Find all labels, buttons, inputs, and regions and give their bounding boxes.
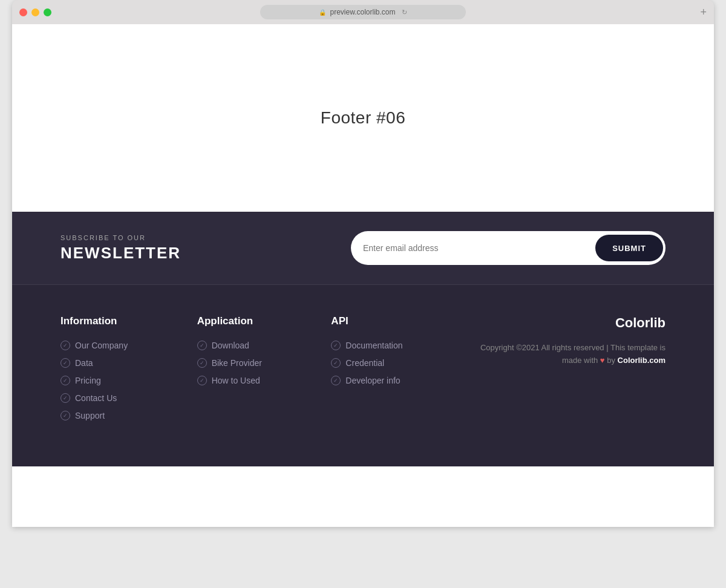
- footer-link-label: Pricing: [75, 376, 101, 385]
- browser-titlebar: 🔒 preview.colorlib.com ↻ +: [12, 0, 714, 24]
- footer-link-label: Developer info: [345, 376, 400, 385]
- footer-link-label: Our Company: [75, 341, 128, 350]
- by-text: by: [607, 356, 615, 365]
- copyright-text: Copyright ©2021 All rights reserved | Th…: [472, 342, 666, 367]
- footer-link-label: Data: [75, 358, 93, 368]
- newsletter-form: SUBMIT: [351, 231, 666, 265]
- check-icon: [331, 358, 341, 368]
- footer-link-download[interactable]: Download: [197, 341, 262, 350]
- footer-link-label: Bike Provider: [212, 358, 262, 368]
- footer-section: Information Our Company Data Pricing Con…: [12, 285, 714, 466]
- check-icon: [60, 341, 70, 350]
- check-icon: [60, 358, 70, 368]
- submit-button[interactable]: SUBMIT: [595, 235, 663, 261]
- check-icon: [331, 341, 341, 350]
- url-text: preview.colorlib.com: [330, 8, 395, 16]
- footer-api-title: API: [331, 315, 402, 327]
- footer-application-title: Application: [197, 315, 262, 327]
- check-icon: [197, 376, 207, 385]
- main-area: Footer #06: [12, 24, 714, 212]
- refresh-icon[interactable]: ↻: [402, 8, 407, 16]
- footer-col-information: Information Our Company Data Pricing Con…: [60, 315, 128, 428]
- footer-link-label: Download: [212, 341, 249, 350]
- check-icon: [197, 341, 207, 350]
- browser-traffic-lights: [19, 8, 51, 16]
- footer-link-pricing[interactable]: Pricing: [60, 376, 128, 385]
- footer-link-developer-info[interactable]: Developer info: [331, 376, 402, 385]
- footer-link-label: Credential: [345, 358, 384, 368]
- footer-link-documentation[interactable]: Documentation: [331, 341, 402, 350]
- check-icon: [60, 411, 70, 420]
- lock-icon: 🔒: [319, 9, 326, 16]
- footer-link-support[interactable]: Support: [60, 411, 128, 420]
- maximize-button[interactable]: [44, 8, 51, 16]
- footer-col-api: API Documentation Credential Developer i…: [331, 315, 402, 393]
- footer-brand-section: Colorlib Copyright ©2021 All rights rese…: [472, 315, 666, 367]
- footer-link-our-company[interactable]: Our Company: [60, 341, 128, 350]
- bottom-area: [12, 466, 714, 527]
- footer-link-label: How to Used: [212, 376, 260, 385]
- colorlib-link[interactable]: Colorlib.com: [618, 356, 666, 365]
- page-title: Footer #06: [321, 108, 405, 128]
- check-icon: [60, 376, 70, 385]
- check-icon: [60, 393, 70, 403]
- brand-name: Colorlib: [472, 315, 666, 331]
- heart-icon: ♥: [600, 356, 605, 365]
- footer-information-title: Information: [60, 315, 128, 327]
- check-icon: [197, 358, 207, 368]
- newsletter-subscribe-text: SUBSCRIBE TO OUR: [60, 234, 181, 241]
- check-icon: [331, 376, 341, 385]
- footer-link-label: Contact Us: [75, 393, 117, 403]
- footer-link-label: Support: [75, 411, 105, 420]
- address-bar[interactable]: 🔒 preview.colorlib.com ↻: [260, 5, 466, 19]
- footer-col-application: Application Download Bike Provider How t…: [197, 315, 262, 393]
- footer-link-data[interactable]: Data: [60, 358, 128, 368]
- footer-link-label: Documentation: [345, 341, 402, 350]
- close-button[interactable]: [19, 8, 27, 16]
- footer-link-contact-us[interactable]: Contact Us: [60, 393, 128, 403]
- new-tab-button[interactable]: +: [700, 7, 707, 18]
- newsletter-title: NEWSLETTER: [60, 244, 181, 263]
- minimize-button[interactable]: [31, 8, 39, 16]
- footer-link-bike-provider[interactable]: Bike Provider: [197, 358, 262, 368]
- footer-link-credential[interactable]: Credential: [331, 358, 402, 368]
- browser-content: Footer #06 SUBSCRIBE TO OUR NEWSLETTER S…: [12, 24, 714, 527]
- newsletter-label: SUBSCRIBE TO OUR NEWSLETTER: [60, 234, 181, 263]
- browser-window: 🔒 preview.colorlib.com ↻ + Footer #06 SU…: [12, 0, 714, 527]
- newsletter-section: SUBSCRIBE TO OUR NEWSLETTER SUBMIT: [12, 212, 714, 285]
- email-input[interactable]: [363, 243, 595, 253]
- footer-link-how-to-used[interactable]: How to Used: [197, 376, 262, 385]
